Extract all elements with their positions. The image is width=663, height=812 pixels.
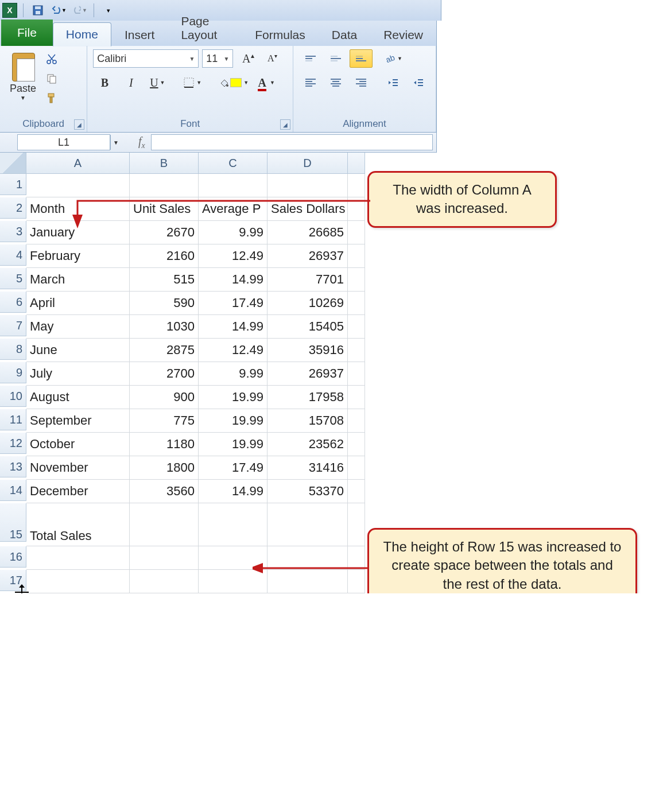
cell[interactable]: August — [26, 386, 130, 409]
cell[interactable]: Total Sales — [26, 503, 130, 546]
dropdown-caret-icon[interactable]: ▼ — [270, 80, 275, 86]
shrink-font-button[interactable]: A▾ — [261, 49, 284, 68]
cell[interactable]: 26685 — [267, 221, 348, 244]
cell[interactable]: 53370 — [267, 480, 348, 503]
column-header[interactable] — [348, 153, 365, 174]
worksheet-grid[interactable]: ABCD12MonthUnit SalesAverage PSales Doll… — [0, 153, 365, 593]
cell[interactable]: 590 — [130, 292, 199, 315]
cell[interactable] — [267, 503, 348, 546]
dropdown-caret-icon[interactable]: ▼ — [160, 80, 165, 86]
tab-home[interactable]: Home — [53, 22, 111, 46]
cell[interactable] — [267, 174, 348, 197]
column-header[interactable]: D — [267, 153, 348, 174]
cell[interactable] — [348, 570, 365, 593]
paste-dropdown[interactable]: ▼ — [6, 95, 40, 101]
italic-button[interactable]: I — [119, 73, 142, 92]
cell[interactable] — [26, 546, 130, 570]
cell[interactable] — [130, 174, 199, 197]
cell[interactable]: 9.99 — [199, 221, 267, 244]
cell[interactable] — [348, 546, 365, 570]
cell[interactable]: Sales Dollars — [267, 197, 348, 221]
formula-bar-input[interactable] — [151, 134, 433, 150]
cell[interactable]: 900 — [130, 386, 199, 409]
cell[interactable] — [130, 570, 199, 593]
tab-file[interactable]: File — [1, 20, 53, 46]
borders-button[interactable]: ▼ — [180, 73, 204, 92]
cell[interactable] — [348, 456, 365, 480]
cell[interactable]: 17958 — [267, 386, 348, 409]
cell[interactable]: 3560 — [130, 480, 199, 503]
orientation-button[interactable]: ab ▼ — [382, 49, 405, 68]
cell[interactable]: 2875 — [130, 339, 199, 362]
cell[interactable]: 26937 — [267, 362, 348, 386]
dropdown-caret-icon[interactable]: ▼ — [82, 7, 87, 13]
cell[interactable] — [348, 292, 365, 315]
cell[interactable]: Month — [26, 197, 130, 221]
cell[interactable]: 12.49 — [199, 244, 267, 268]
name-box-dropdown[interactable]: ▼ — [110, 135, 121, 150]
decrease-indent-button[interactable] — [382, 73, 405, 92]
cell[interactable]: June — [26, 339, 130, 362]
cell[interactable]: Average P — [199, 197, 267, 221]
cell[interactable] — [348, 362, 365, 386]
tab-formulas[interactable]: Formulas — [242, 23, 319, 46]
cell[interactable]: December — [26, 480, 130, 503]
cut-button[interactable] — [44, 52, 60, 67]
cell[interactable] — [348, 197, 365, 221]
cell[interactable]: April — [26, 292, 130, 315]
cell[interactable]: 12.49 — [199, 339, 267, 362]
redo-button[interactable]: ▼ — [71, 2, 88, 19]
cell[interactable]: February — [26, 244, 130, 268]
dropdown-caret-icon[interactable]: ▼ — [243, 80, 249, 86]
cell[interactable]: 515 — [130, 268, 199, 292]
row-header[interactable]: 8 — [0, 339, 26, 360]
fill-color-button[interactable]: ▼ — [216, 73, 251, 92]
cell[interactable]: 1800 — [130, 456, 199, 480]
cell[interactable]: 26937 — [267, 244, 348, 268]
align-top-button[interactable] — [299, 49, 322, 68]
cell[interactable]: 35916 — [267, 339, 348, 362]
clipboard-dialog-launcher[interactable]: ◢ — [74, 119, 84, 130]
copy-button[interactable] — [44, 71, 60, 86]
cell[interactable]: 17.49 — [199, 292, 267, 315]
align-bottom-button[interactable] — [350, 49, 373, 68]
cell[interactable]: 9.99 — [199, 362, 267, 386]
cell[interactable]: 1030 — [130, 315, 199, 339]
cell[interactable]: July — [26, 362, 130, 386]
cell[interactable] — [348, 339, 365, 362]
customize-qat-button[interactable]: ▾ — [100, 2, 117, 19]
dropdown-caret-icon[interactable]: ▼ — [61, 7, 67, 13]
cell[interactable] — [199, 570, 267, 593]
column-header[interactable]: A — [26, 153, 130, 174]
cell[interactable]: May — [26, 315, 130, 339]
dropdown-caret-icon[interactable]: ▼ — [196, 80, 201, 86]
row-header[interactable]: 9 — [0, 362, 26, 383]
cell[interactable] — [348, 221, 365, 244]
cell[interactable] — [199, 174, 267, 197]
row-header[interactable]: 12 — [0, 433, 26, 454]
cell[interactable]: 2700 — [130, 362, 199, 386]
cell[interactable] — [348, 433, 365, 456]
tab-data[interactable]: Data — [319, 23, 370, 46]
cell[interactable] — [199, 503, 267, 546]
cell[interactable]: 2670 — [130, 221, 199, 244]
cell[interactable]: 14.99 — [199, 268, 267, 292]
cell[interactable]: January — [26, 221, 130, 244]
font-name-combo[interactable]: Calibri ▼ — [93, 49, 199, 68]
row-header[interactable]: 16 — [0, 546, 26, 568]
column-header[interactable]: C — [199, 153, 267, 174]
cell[interactable] — [348, 386, 365, 409]
cell[interactable]: 17.49 — [199, 456, 267, 480]
align-middle-button[interactable] — [324, 49, 347, 68]
cell[interactable] — [348, 268, 365, 292]
row-header[interactable]: 4 — [0, 244, 26, 266]
row-header[interactable]: 5 — [0, 268, 26, 289]
row-header[interactable]: 3 — [0, 221, 26, 242]
cell[interactable]: 775 — [130, 409, 199, 433]
tab-insert[interactable]: Insert — [111, 23, 168, 46]
grow-font-button[interactable]: A▴ — [236, 49, 259, 68]
dropdown-caret-icon[interactable]: ▼ — [397, 56, 402, 61]
select-all-corner[interactable] — [0, 153, 26, 174]
cell[interactable]: November — [26, 456, 130, 480]
font-color-button[interactable]: A ▼ — [255, 73, 278, 92]
